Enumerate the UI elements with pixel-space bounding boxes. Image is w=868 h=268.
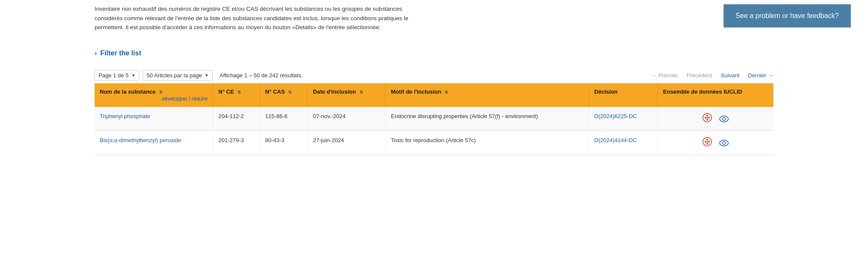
svg-point-16: [706, 143, 708, 145]
pagination-first: ← Premier: [651, 72, 678, 79]
cell-substance-1: Triphenyl phosphate: [95, 107, 213, 131]
articles-per-page-selector[interactable]: 50 Articles par la page ▼: [143, 70, 213, 81]
pagination-last[interactable]: Dernier →: [748, 72, 773, 79]
svg-point-12: [708, 141, 710, 143]
svg-point-4: [706, 115, 708, 116]
filter-chevron-icon: ›: [95, 49, 97, 57]
col-header-nom: Nom de la substance ⇅ développer / rédui…: [95, 83, 213, 107]
col-motif-sort-icon[interactable]: ⇅: [445, 90, 448, 94]
page-wrapper: Inventaire non exhaustif des numéros de …: [0, 0, 868, 268]
svg-point-8: [720, 116, 728, 122]
filter-label: Filter the list: [100, 49, 141, 57]
substances-table: Nom de la substance ⇅ développer / rédui…: [95, 83, 773, 155]
col-decision-label: Décision: [594, 88, 617, 95]
svg-point-9: [723, 117, 726, 120]
svg-point-1: [705, 117, 706, 119]
page-label: Page 1 de 5: [98, 72, 129, 79]
svg-point-19: [723, 141, 726, 144]
pagination-previous: Précédent: [687, 72, 712, 79]
col-ce-label: N° CE: [218, 88, 234, 95]
col-ce-sort-icon[interactable]: ⇅: [237, 90, 241, 94]
articles-label: 50 Articles par la page: [147, 72, 202, 79]
cell-decision-1: D(2024)6225-DC: [589, 107, 658, 131]
substance-link-2[interactable]: Bis(α,α-dimethylbenzyl) peroxide: [100, 137, 181, 143]
cell-decision-2: D(2024)4144-DC: [589, 131, 658, 155]
svg-point-2: [708, 117, 710, 119]
table-row: Triphenyl phosphate 204-112-2 115-86-6 0…: [95, 107, 773, 131]
info-text: Inventaire non exhaustif des numéros de …: [95, 4, 524, 32]
col-cas-sort-icon[interactable]: ⇅: [288, 90, 291, 94]
pagination-next[interactable]: Suivant: [721, 72, 739, 79]
results-text: Affichage 1 – 50 de 242 résultats.: [220, 72, 651, 79]
col-header-motif: Motif de l'inclusion ⇅: [386, 83, 589, 107]
col-iuclid-label: Ensemble de données IUCLID: [663, 88, 742, 95]
filter-toggle[interactable]: › Filter the list: [95, 49, 773, 57]
cell-ce-2: 201-279-3: [213, 131, 260, 155]
col-header-ce: N° CE ⇅: [213, 83, 260, 107]
pagination-area: Page 1 de 5 ▼ 50 Articles par la page ▼ …: [0, 61, 868, 81]
table-header-row: Nom de la substance ⇅ développer / rédui…: [95, 83, 773, 107]
svg-point-18: [720, 140, 728, 146]
articles-chevron-icon: ▼: [205, 73, 209, 78]
page-chevron-icon: ▼: [131, 73, 135, 78]
view-icon-1[interactable]: [719, 116, 729, 124]
cell-date-2: 27-juin-2024: [308, 131, 386, 155]
feedback-button-wrapper: See a problem or have feedback?: [724, 4, 851, 27]
cell-iuclid-1: [658, 107, 773, 131]
col-header-cas: N° CAS ⇅: [260, 83, 307, 107]
col-date-sort-icon[interactable]: ⇅: [359, 90, 363, 94]
col-header-decision: Décision: [589, 83, 658, 107]
col-motif-label: Motif de l'inclusion: [391, 88, 441, 95]
page-selector[interactable]: Page 1 de 5 ▼: [95, 70, 139, 81]
col-nom-label: Nom de la substance: [100, 88, 156, 95]
table-wrapper: Nom de la substance ⇅ développer / rédui…: [0, 81, 868, 164]
col-nom-sort-icon[interactable]: ⇅: [159, 90, 163, 94]
svg-point-6: [706, 119, 708, 121]
cell-cas-2: 80-43-3: [260, 131, 307, 155]
col-header-date: Date d'inclusion ⇅: [308, 83, 386, 107]
col-date-label: Date d'inclusion: [313, 88, 356, 95]
svg-point-14: [706, 139, 708, 140]
feedback-button[interactable]: See a problem or have feedback?: [724, 4, 851, 27]
expand-reduce-link[interactable]: développer / réduire: [100, 96, 208, 102]
view-icon-2[interactable]: [719, 140, 729, 148]
cell-substance-2: Bis(α,α-dimethylbenzyl) peroxide: [95, 131, 213, 155]
col-header-iuclid: Ensemble de données IUCLID: [658, 83, 773, 107]
svg-point-11: [705, 141, 706, 143]
cell-cas-1: 115-86-6: [260, 107, 307, 131]
decision-link-2[interactable]: D(2024)4144-DC: [594, 137, 637, 143]
cell-ce-1: 204-112-2: [213, 107, 260, 131]
substance-link-1[interactable]: Triphenyl phosphate: [100, 113, 150, 119]
filter-section: › Filter the list: [0, 37, 868, 61]
table-row: Bis(α,α-dimethylbenzyl) peroxide 201-279…: [95, 131, 773, 155]
cell-iuclid-2: [658, 131, 773, 155]
info-section: Inventaire non exhaustif des numéros de …: [0, 0, 868, 37]
iuclid-icon-1[interactable]: [702, 116, 714, 124]
iuclid-icon-2[interactable]: [702, 140, 714, 148]
pagination-nav: ← Premier Précédent Suivant Dernier →: [651, 72, 773, 79]
cell-motif-2: Toxic for reproduction (Article 57c): [386, 131, 589, 155]
cell-date-1: 07-nov.-2024: [308, 107, 386, 131]
cell-motif-1: Endocrine disrupting properties (Article…: [386, 107, 589, 131]
decision-link-1[interactable]: D(2024)6225-DC: [594, 113, 637, 119]
col-cas-label: N° CAS: [265, 88, 285, 95]
